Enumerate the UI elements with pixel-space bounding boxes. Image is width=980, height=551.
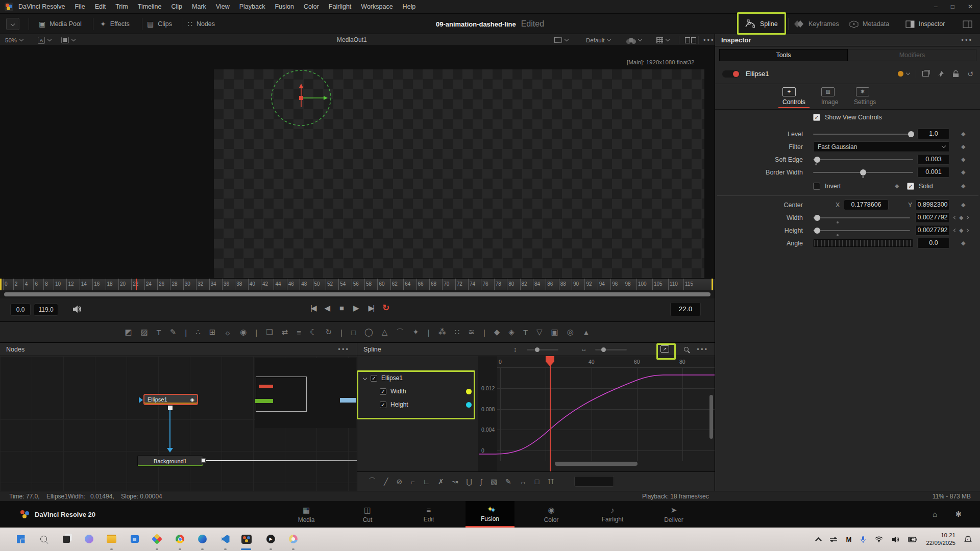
step-out-button[interactable]: ∟ (423, 478, 430, 486)
loop-button[interactable]: ↻ (382, 303, 389, 313)
vertical-zoom-slider[interactable] (527, 349, 558, 350)
menu-item[interactable]: Fusion (275, 3, 294, 10)
clips-button[interactable]: ▤Clips (147, 14, 172, 34)
nodes-menu-button[interactable]: ••• (338, 345, 350, 353)
paint-icon[interactable] (285, 531, 302, 547)
project-settings-gear-icon[interactable]: ✱ (955, 510, 962, 519)
play-reverse-button[interactable]: ◀ (324, 304, 330, 313)
chrome-icon[interactable] (172, 531, 188, 547)
node-tool-icon[interactable]: | (340, 328, 342, 337)
range-out-field[interactable]: 119.0 (34, 304, 58, 316)
smooth-key-button[interactable]: ⌒ (369, 477, 376, 486)
panel-layout-button[interactable] (963, 14, 972, 34)
tray-wifi-icon[interactable] (875, 536, 883, 542)
ellipse1-enable-toggle[interactable] (722, 70, 740, 78)
solid-keyframe-icon[interactable]: ◆ (961, 183, 965, 189)
width-keyframe-nav[interactable]: ◆ (954, 214, 968, 221)
lock-icon[interactable] (952, 70, 959, 78)
inspector-menu-button[interactable]: ••• (961, 36, 973, 44)
solid-checkbox[interactable]: ✓ (907, 183, 914, 190)
node-graph-canvas[interactable]: Ellipse1 ◈ Background1 (0, 356, 357, 491)
tray-battery-icon[interactable] (908, 537, 917, 542)
node-tool-icon[interactable]: ∴ (195, 328, 201, 337)
vscode-icon[interactable] (217, 531, 234, 547)
node-tool-icon[interactable]: ▽ (536, 328, 543, 337)
node-tool-icon[interactable]: ✦ (412, 328, 419, 337)
window-close-button[interactable]: ✕ (968, 3, 973, 10)
menu-item[interactable]: Color (304, 3, 319, 10)
vertical-zoom-icon[interactable]: ↕ (513, 345, 517, 353)
node-tool-icon[interactable]: | (428, 328, 430, 337)
tray-chevron-up-icon[interactable] (815, 537, 822, 544)
node-tool-icon[interactable]: | (483, 328, 485, 337)
center-x-value[interactable]: 0.1778606 (844, 199, 889, 210)
width-value[interactable]: 0.0027792 (915, 212, 950, 223)
davinci-resolve-icon[interactable] (238, 531, 255, 547)
menu-item[interactable]: Trim (115, 3, 128, 10)
invert-keyframe-icon[interactable]: ◆ (895, 183, 899, 189)
tray-mixer-icon[interactable] (829, 536, 838, 543)
width-curve-color-dot[interactable] (466, 389, 472, 394)
angle-thumbwheel[interactable] (813, 239, 913, 247)
linear-key-button[interactable]: ╱ (384, 478, 388, 486)
horizontal-zoom-icon[interactable]: ↔ (581, 345, 587, 353)
node-tool-icon[interactable]: △ (382, 328, 388, 337)
page-tab-color[interactable]: ◉Color (527, 501, 576, 528)
height-value[interactable]: 0.0027792 (915, 225, 950, 236)
start-button-icon[interactable] (12, 531, 29, 547)
spline-graph[interactable]: 0 40 60 80 0.012 0.008 0.004 0 (478, 356, 715, 471)
step-in-button[interactable]: ⌐ (410, 478, 414, 486)
nodes-button[interactable]: ∷Nodes (188, 14, 215, 34)
tree-row-width[interactable]: ✓ Width (380, 388, 472, 395)
node-output-connector[interactable] (168, 406, 173, 410)
soft-edge-slider[interactable] (813, 159, 913, 160)
ellipse1-checkbox[interactable]: ✓ (371, 375, 377, 382)
tree-row-ellipse1[interactable]: ✓ Ellipse1 (363, 374, 403, 382)
node-tool-icon[interactable]: ≋ (468, 328, 475, 337)
node-tool-icon[interactable]: ◯ (364, 328, 373, 337)
page-tab-cut[interactable]: ◫Cut (343, 501, 392, 528)
width-slider[interactable] (813, 217, 910, 218)
border-width-value[interactable]: 0.001 (917, 167, 950, 178)
search-icon[interactable] (35, 531, 52, 547)
menu-item[interactable]: File (75, 3, 85, 10)
spline-button[interactable]: Spline (745, 14, 778, 34)
menu-item[interactable]: Timeline (138, 3, 162, 10)
timeline-ruler[interactable]: 0246810121416182022242628303234363840424… (0, 278, 715, 290)
page-tab-media[interactable]: ▦Media (282, 501, 331, 528)
menu-item[interactable]: Clip (172, 3, 183, 10)
tab-modifiers[interactable]: Modifiers (848, 49, 976, 61)
zoom-to-fit-button[interactable]: ↗ (660, 345, 669, 353)
stop-button[interactable]: ■ (339, 304, 344, 312)
node-tool-icon[interactable]: ⇄ (282, 328, 288, 337)
tray-media-app-icon[interactable]: M (846, 536, 852, 543)
viewer-roi-select[interactable] (554, 34, 568, 46)
height-keyframe-nav[interactable]: ◆ (954, 227, 968, 234)
shape-box-button[interactable]: □ (535, 478, 539, 486)
node-input-triangle[interactable] (139, 397, 143, 403)
range-in-field[interactable]: 0.0 (10, 304, 31, 316)
menu-item[interactable]: Playback (239, 3, 265, 10)
tree-row-height[interactable]: ✓ Height (380, 401, 472, 408)
mirror-spline-button[interactable]: ⋃ (467, 478, 472, 486)
timeline-playhead[interactable] (136, 279, 137, 290)
menu-item[interactable]: Mark (192, 3, 206, 10)
timeline-scrollbar[interactable] (0, 290, 715, 298)
project-home-icon[interactable]: ⌂ (933, 510, 937, 518)
menu-item[interactable]: Workspace (361, 3, 393, 10)
ease-spline-button[interactable]: ∫ (480, 478, 482, 486)
node-color-chevron-icon[interactable] (906, 71, 910, 75)
file-explorer-icon[interactable] (103, 531, 120, 547)
node-tool-icon[interactable]: ❏ (266, 328, 273, 337)
node-tool-icon[interactable]: □ (351, 328, 356, 337)
horizontal-zoom-slider[interactable] (595, 349, 627, 350)
flat-key-button[interactable]: ⊘ (396, 478, 402, 486)
node-tool-icon[interactable]: ⁂ (438, 328, 446, 337)
node-tool-icon[interactable]: ▨ (140, 328, 148, 337)
node-tool-icon[interactable]: ↻ (325, 328, 332, 337)
time-stretch-button[interactable]: ↔ (520, 478, 527, 486)
window-minimize-button[interactable]: – (934, 3, 938, 10)
window-maximize-button[interactable]: □ (951, 3, 954, 10)
pin-icon[interactable] (937, 70, 944, 78)
node-tool-icon[interactable]: ▲ (582, 328, 590, 337)
